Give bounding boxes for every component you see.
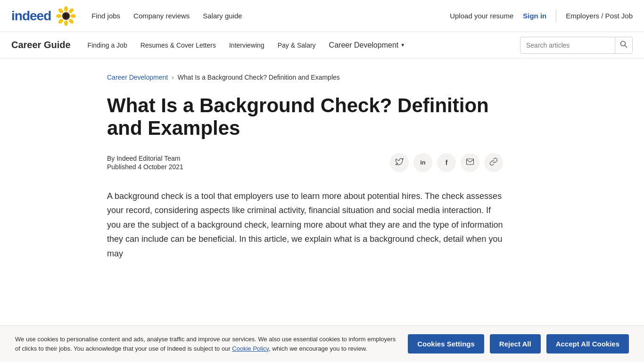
email-icon <box>466 157 474 168</box>
svg-point-7 <box>68 7 74 14</box>
svg-point-3 <box>56 14 62 18</box>
search-button[interactable] <box>615 37 632 53</box>
breadcrumb-parent-link[interactable]: Career Development <box>107 74 168 81</box>
breadcrumb-current: What Is a Background Check? Definition a… <box>178 74 340 81</box>
top-nav-right: Upload your resume Sign in Employers / P… <box>450 9 633 23</box>
svg-point-10 <box>64 14 68 18</box>
copy-link-button[interactable] <box>484 153 503 172</box>
upload-resume-link[interactable]: Upload your resume <box>450 12 513 20</box>
article-title: What Is a Background Check? Definition a… <box>107 94 503 140</box>
svg-point-4 <box>70 14 76 18</box>
breadcrumb: Career Development › What Is a Backgroun… <box>107 74 537 81</box>
indeed-logo[interactable]: indeed <box>11 8 51 24</box>
career-guide-title: Career Guide <box>11 40 71 50</box>
article-body: A background check is a tool that employ… <box>107 189 503 261</box>
svg-line-12 <box>625 46 627 48</box>
resumes-cover-letters-link[interactable]: Resumes & Cover Letters <box>140 41 216 49</box>
breadcrumb-chevron-icon: › <box>172 74 174 81</box>
search-input[interactable] <box>520 41 615 49</box>
linkedin-icon: in <box>420 159 426 166</box>
article-date: Published 4 October 2021 <box>107 163 183 171</box>
link-icon <box>489 157 498 168</box>
twitter-share-button[interactable] <box>390 153 409 172</box>
sign-in-link[interactable]: Sign in <box>523 12 546 20</box>
svg-point-6 <box>68 17 74 24</box>
facebook-icon: f <box>446 159 448 166</box>
employers-post-job-link[interactable]: Employers / Post Job <box>566 12 633 20</box>
logo-area[interactable]: indeed <box>11 6 76 26</box>
share-buttons: in f <box>390 153 503 172</box>
article-author: By Indeed Editorial Team <box>107 155 183 162</box>
svg-point-1 <box>64 6 68 12</box>
svg-point-8 <box>58 17 64 24</box>
company-reviews-link[interactable]: Company reviews <box>133 12 190 20</box>
top-navigation: indeed Find jobs Company reviews Salary … <box>0 0 644 32</box>
find-jobs-link[interactable]: Find jobs <box>91 12 120 20</box>
search-articles-container <box>520 37 633 54</box>
finding-a-job-link[interactable]: Finding a Job <box>88 41 127 49</box>
career-guide-navigation: Career Guide Finding a Job Resumes & Cov… <box>0 32 644 58</box>
interviewing-link[interactable]: Interviewing <box>229 41 264 49</box>
career-guide-links: Finding a Job Resumes & Cover Letters In… <box>88 41 520 49</box>
sunflower-icon <box>56 6 76 26</box>
facebook-share-button[interactable]: f <box>437 153 456 172</box>
career-development-dropdown[interactable]: Career Development ▼ <box>329 41 405 49</box>
salary-guide-link[interactable]: Salary guide <box>203 12 242 20</box>
top-nav-links: Find jobs Company reviews Salary guide <box>91 12 450 20</box>
author-info: By Indeed Editorial Team Published 4 Oct… <box>107 155 183 171</box>
svg-point-5 <box>58 7 64 14</box>
main-content: Career Development › What Is a Backgroun… <box>96 58 548 280</box>
search-icon <box>620 41 627 49</box>
pay-salary-link[interactable]: Pay & Salary <box>278 41 316 49</box>
email-share-button[interactable] <box>461 153 479 172</box>
linkedin-share-button[interactable]: in <box>413 153 432 172</box>
nav-divider <box>556 9 556 23</box>
twitter-icon <box>395 157 404 168</box>
career-development-label: Career Development <box>329 41 399 49</box>
chevron-down-icon: ▼ <box>400 42 405 48</box>
article-meta: By Indeed Editorial Team Published 4 Oct… <box>107 153 503 172</box>
svg-point-2 <box>64 20 68 26</box>
